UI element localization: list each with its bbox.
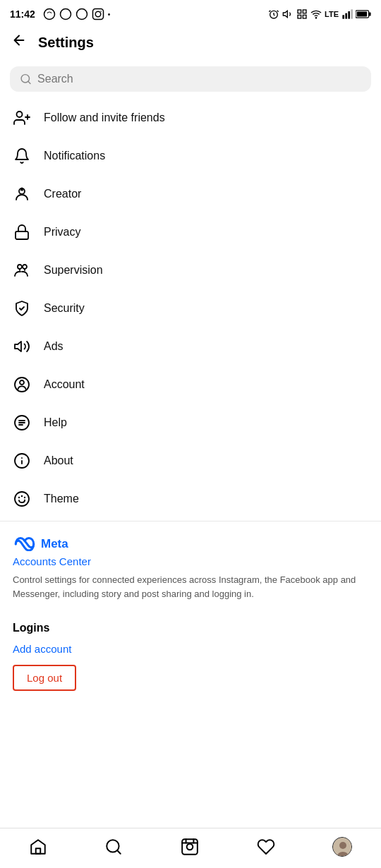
menu-item-help[interactable]: Help	[0, 404, 381, 442]
search-icon	[20, 73, 32, 85]
svg-rect-10	[298, 15, 301, 18]
volume-icon	[282, 8, 294, 20]
shield-icon	[13, 299, 31, 318]
snapchat-icon	[43, 8, 56, 20]
logins-title: Logins	[13, 622, 368, 634]
menu-item-theme[interactable]: Theme	[0, 480, 381, 518]
add-account-link[interactable]: Add account	[13, 643, 368, 655]
accounts-center-link[interactable]: Accounts Center	[13, 555, 368, 567]
svg-rect-8	[298, 10, 301, 13]
svg-point-5	[100, 11, 102, 12]
svg-rect-47	[182, 839, 198, 855]
svg-point-2	[76, 9, 87, 20]
meta-section: Meta Accounts Center Control settings fo…	[0, 524, 381, 606]
snapchat3-icon	[75, 8, 88, 20]
page-title: Settings	[38, 35, 94, 51]
search-nav-icon	[104, 838, 123, 856]
status-dot: •	[108, 11, 111, 18]
svg-rect-13	[342, 15, 344, 18]
instagram-status-icon	[92, 8, 104, 20]
status-time: 11:42	[10, 8, 35, 20]
meta-description: Control settings for connected experienc…	[13, 573, 368, 601]
nav-profile[interactable]	[321, 837, 363, 857]
top-bar: Settings	[0, 25, 381, 59]
settings-menu: Follow and invite friends Notifications	[0, 99, 381, 518]
svg-point-22	[17, 111, 23, 117]
palette-icon	[13, 490, 31, 508]
circle-info-icon	[13, 452, 31, 470]
menu-label-notifications: Notifications	[44, 150, 105, 162]
lte-label: LTE	[325, 10, 339, 18]
grid-icon	[296, 8, 308, 20]
wifi-icon	[310, 8, 322, 20]
menu-label-account: Account	[44, 378, 85, 391]
svg-point-39	[15, 492, 29, 506]
snapchat2-icon	[59, 8, 72, 20]
menu-item-account[interactable]: Account	[0, 366, 381, 404]
bell-icon	[13, 147, 31, 165]
nav-heart[interactable]	[246, 838, 286, 856]
menu-label-creator: Creator	[44, 188, 81, 200]
meta-word: Meta	[41, 537, 68, 551]
svg-point-1	[60, 9, 71, 20]
logins-section: Logins Add account Log out	[0, 606, 381, 697]
menu-item-notifications[interactable]: Notifications	[0, 137, 381, 175]
main-content: Follow and invite friends Notifications	[0, 59, 381, 760]
search-input[interactable]	[37, 73, 361, 85]
menu-item-about[interactable]: About	[0, 442, 381, 480]
search-bar[interactable]	[10, 66, 371, 92]
back-button[interactable]	[11, 32, 27, 52]
menu-item-security[interactable]: Security	[0, 289, 381, 327]
menu-item-privacy[interactable]: Privacy	[0, 213, 381, 251]
menu-label-help: Help	[44, 416, 67, 429]
svg-point-48	[187, 844, 193, 850]
svg-point-4	[95, 11, 101, 17]
creator-icon	[13, 185, 31, 203]
battery-icon	[356, 9, 371, 19]
svg-rect-44	[36, 848, 41, 854]
heart-icon	[257, 838, 275, 856]
menu-item-supervision[interactable]: Supervision	[0, 251, 381, 289]
search-bar-container	[0, 59, 381, 99]
status-bar: 11:42 • LTE	[0, 0, 381, 25]
status-right-icons: LTE	[268, 8, 371, 20]
signal-icon	[341, 8, 353, 20]
menu-item-follow-invite[interactable]: Follow and invite friends	[0, 99, 381, 137]
svg-point-41	[21, 495, 23, 497]
svg-rect-11	[303, 15, 306, 18]
nav-home[interactable]	[18, 838, 59, 856]
reels-icon	[181, 838, 199, 856]
svg-rect-18	[369, 12, 371, 16]
supervision-icon	[13, 261, 31, 279]
svg-rect-19	[357, 12, 367, 17]
svg-point-53	[339, 842, 346, 849]
svg-point-42	[24, 497, 25, 498]
svg-rect-14	[345, 13, 347, 19]
nav-search[interactable]	[93, 838, 134, 856]
home-icon	[29, 838, 47, 856]
meta-logo-icon	[13, 537, 37, 551]
menu-label-supervision: Supervision	[44, 264, 103, 277]
nav-reels[interactable]	[169, 838, 210, 856]
menu-label-theme: Theme	[44, 493, 79, 505]
menu-label-about: About	[44, 454, 73, 467]
svg-point-40	[18, 497, 20, 498]
avatar	[332, 837, 352, 857]
circle-person-icon	[13, 375, 31, 394]
meta-logo: Meta	[13, 537, 368, 551]
lock-icon	[13, 223, 31, 241]
menu-label-ads: Ads	[44, 340, 64, 353]
svg-rect-9	[303, 10, 306, 13]
svg-line-21	[28, 81, 30, 83]
menu-item-ads[interactable]: Ads	[0, 327, 381, 366]
svg-point-12	[315, 18, 316, 18]
menu-label-follow-invite: Follow and invite friends	[44, 111, 165, 124]
logout-button[interactable]: Log out	[13, 665, 76, 691]
svg-marker-29	[15, 342, 21, 351]
menu-item-creator[interactable]: Creator	[0, 175, 381, 213]
section-divider-1	[0, 521, 381, 522]
menu-label-privacy: Privacy	[44, 226, 80, 239]
svg-marker-7	[283, 11, 287, 17]
svg-rect-16	[351, 9, 353, 18]
megaphone-icon	[13, 337, 31, 356]
